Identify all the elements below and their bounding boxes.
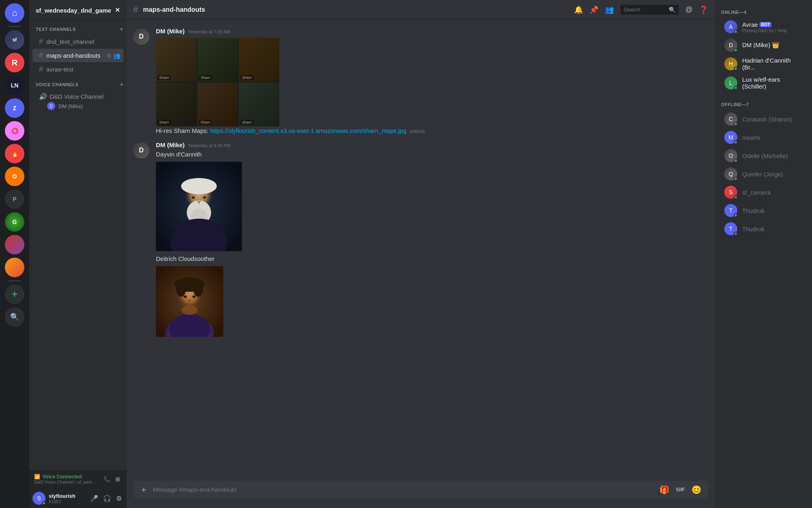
member-avrae[interactable]: A Avrae BOT Playing D&D 5e | !help bbox=[718, 18, 809, 36]
members-sidebar: ONLINE—4 A Avrae BOT Playing D&D 5e | !h… bbox=[715, 0, 812, 508]
emoji-button[interactable]: 😊 bbox=[690, 482, 703, 498]
text-channels-section: TEXT CHANNELS + # dnd_text_channel # map… bbox=[29, 24, 127, 76]
message-content-2: DM (Mike) Yesterday at 6:36 PM Dayvin d'… bbox=[156, 141, 708, 337]
chat-header-actions: 🔔 📌 👥 🔍 @ ❓ bbox=[574, 5, 708, 15]
member-thudruk2[interactable]: T Thudruk bbox=[718, 220, 809, 238]
member-avatar-coratash: C bbox=[724, 113, 737, 126]
member-thudruk1[interactable]: T Thudruk bbox=[718, 202, 809, 219]
discover-servers-button[interactable]: 🔍 bbox=[5, 307, 24, 327]
member-name-thudruk1: Thudruk bbox=[742, 207, 764, 214]
members-header-icon[interactable]: 👥 bbox=[605, 5, 614, 14]
voice-speaker-icon: 🔊 bbox=[39, 93, 47, 100]
voice-channels-header[interactable]: VOICE CHANNELS + bbox=[29, 79, 127, 90]
member-avatar-odelle: O bbox=[724, 149, 737, 162]
member-sfcamera[interactable]: S sf_camera bbox=[718, 183, 809, 201]
add-server-button[interactable]: + bbox=[5, 284, 24, 304]
map-label-4: Sharn bbox=[158, 120, 171, 125]
young-man-portrait bbox=[156, 266, 223, 337]
avatar-letter-lux: L bbox=[729, 80, 732, 86]
server-icon-gradient[interactable] bbox=[5, 235, 24, 254]
member-name-odelle: Odelle (Michelle) bbox=[742, 152, 788, 159]
text-channels-header[interactable]: TEXT CHANNELS + bbox=[29, 24, 127, 35]
server-icon-blue1[interactable]: Z bbox=[5, 98, 24, 118]
voice-channel-name: D&D Voice Channel bbox=[50, 93, 104, 100]
member-avatar-thudruk2: T bbox=[724, 222, 737, 235]
voice-channel-dnd[interactable]: 🔊 D&D Voice Channel D DM (Mike) bbox=[32, 90, 123, 113]
svg-point-18 bbox=[192, 295, 196, 298]
search-bar[interactable]: 🔍 bbox=[620, 5, 679, 15]
thudruk2-status bbox=[734, 232, 738, 236]
add-attachment-button[interactable]: ＋ bbox=[138, 481, 149, 498]
settings-icon[interactable]: ⚙ bbox=[114, 493, 123, 504]
user-status-dot bbox=[42, 501, 46, 505]
avatar-letter-sfcamera: S bbox=[729, 189, 732, 195]
avatar-letter-odelle: O bbox=[729, 152, 733, 159]
member-name-coratash: Coratash (Sharon) bbox=[742, 116, 792, 123]
map-label-2: Sharn bbox=[199, 75, 212, 80]
headphones-icon[interactable]: 🎧 bbox=[102, 493, 113, 504]
hadrian-status bbox=[734, 67, 738, 71]
message-link-1[interactable]: https://slyflourish_content.s3.us-east-1… bbox=[210, 127, 406, 134]
bell-header-icon[interactable]: 🔔 bbox=[574, 5, 583, 14]
message-author-2: DM (Mike) bbox=[156, 141, 185, 148]
server-icon-orange[interactable]: O bbox=[5, 167, 24, 186]
expand-icon[interactable]: ⊞ bbox=[114, 475, 122, 483]
server-divider2 bbox=[8, 280, 21, 281]
member-dm-mike[interactable]: D DM (Mike) 👑 bbox=[718, 36, 809, 54]
channel-name-active: maps-and-handouts bbox=[46, 52, 100, 59]
add-voice-channel-button[interactable]: + bbox=[120, 81, 123, 88]
search-input[interactable] bbox=[624, 7, 665, 13]
phone-icon[interactable]: 📞 bbox=[102, 475, 112, 483]
gift-icon[interactable]: 🎁 bbox=[658, 482, 671, 498]
message-input-area: ＋ 🎁 GIF 😊 bbox=[127, 481, 715, 508]
member-info-dm: DM (Mike) 👑 bbox=[742, 41, 780, 49]
map-label-5: Sharn bbox=[199, 120, 212, 125]
member-info-lux: Lux w/elf-ears (Schiller) bbox=[742, 76, 802, 90]
help-icon[interactable]: ❓ bbox=[699, 5, 708, 14]
odelle-status bbox=[734, 158, 738, 163]
channel-settings-icon[interactable]: ⚙ bbox=[106, 52, 112, 59]
voice-connected-status: 📶 Voice Connected bbox=[34, 474, 95, 480]
channel-hash-icon3: # bbox=[39, 65, 43, 74]
server-icon-red[interactable]: R bbox=[5, 53, 24, 72]
discord-home-icon[interactable]: ⌂ bbox=[5, 3, 24, 23]
server-name: sf_wednesday_dnd_game bbox=[36, 7, 111, 14]
channel-item-dnd-text[interactable]: # dnd_text_channel bbox=[32, 35, 123, 48]
server-icon-pink[interactable]: ⭕ bbox=[5, 121, 24, 141]
at-icon[interactable]: @ bbox=[685, 5, 693, 14]
gif-button[interactable]: GIF bbox=[674, 483, 687, 496]
member-quinfer[interactable]: Q Quinfer (Jorge) bbox=[718, 165, 809, 183]
pin-header-icon[interactable]: 📌 bbox=[590, 5, 598, 14]
member-lux[interactable]: L Lux w/elf-ears (Schiller) bbox=[718, 74, 809, 92]
channel-item-maps-handouts[interactable]: # maps-and-handouts ⚙ 👥 bbox=[32, 49, 123, 62]
member-odelle[interactable]: O Odelle (Michelle) bbox=[718, 147, 809, 165]
server-header[interactable]: sf_wednesday_dnd_game ✕ bbox=[29, 0, 127, 21]
message-author-1: DM (Mike) bbox=[156, 28, 185, 35]
map-cell-5: Sharn bbox=[197, 82, 238, 126]
member-name-dm: DM (Mike) 👑 bbox=[742, 41, 780, 48]
member-avatar-dm: D bbox=[724, 39, 737, 52]
add-text-channel-button[interactable]: + bbox=[120, 26, 123, 33]
user-tag: #1651 bbox=[49, 499, 85, 504]
server-icon-fire2[interactable] bbox=[5, 258, 24, 277]
message-avatar-1: D bbox=[133, 28, 149, 45]
server-icon-grey1[interactable]: P bbox=[5, 189, 24, 209]
member-hadrian[interactable]: H Hadrian d'Cannith (Br... bbox=[718, 54, 809, 73]
avatar-letter-quinfer: Q bbox=[729, 171, 733, 177]
server-icon-latenight[interactable]: LN bbox=[5, 76, 24, 95]
channel-item-avrae-test[interactable]: # avrae-test bbox=[32, 63, 123, 76]
channel-members-icon[interactable]: 👥 bbox=[113, 52, 120, 59]
avatar-letter-thudruk1: T bbox=[729, 207, 733, 214]
member-mearls[interactable]: M mearls bbox=[718, 128, 809, 146]
channel-name-avrae: avrae-test bbox=[46, 66, 73, 73]
microphone-icon[interactable]: 🎤 bbox=[89, 493, 100, 504]
server-icon-dnd[interactable]: sf bbox=[5, 30, 24, 50]
member-name-sfcamera: sf_camera bbox=[742, 189, 771, 196]
message-char1-label: Dayvin d'Cannith bbox=[156, 150, 708, 158]
channel-hash-icon2: # bbox=[39, 51, 43, 60]
member-coratash[interactable]: C Coratash (Sharon) bbox=[718, 110, 809, 128]
user-avatar-letter: S bbox=[37, 495, 41, 501]
server-icon-flame[interactable]: 🔥 bbox=[5, 144, 24, 163]
message-input[interactable] bbox=[153, 481, 654, 498]
server-icon-green[interactable]: G bbox=[5, 212, 24, 232]
